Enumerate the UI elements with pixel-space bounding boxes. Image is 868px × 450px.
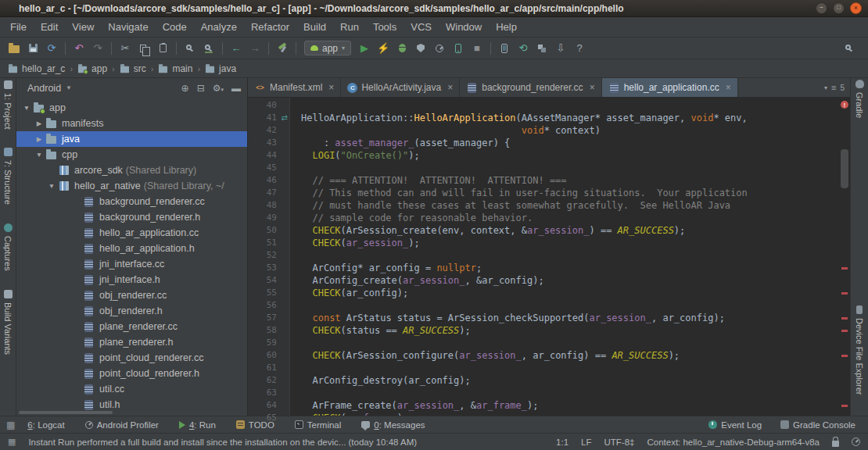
breadcrumb-src[interactable]: src (118, 63, 148, 74)
breadcrumb-main[interactable]: main (156, 63, 194, 74)
menu-code[interactable]: Code (156, 17, 194, 37)
code-line[interactable]: CHECK(ar_config); (301, 288, 839, 300)
code-line[interactable]: : asset_manager_(asset_manager) { (301, 138, 839, 150)
tree-item-java[interactable]: ▶java (16, 131, 247, 147)
tool-window-anchor-icon[interactable]: ▦ (6, 420, 15, 430)
tree-item-hello-ar-native[interactable]: ▼hello_ar_native (Shared Library, ~/ (16, 178, 247, 194)
undo-icon[interactable]: ↶ (70, 40, 88, 57)
error-indicator-icon[interactable]: ! (841, 101, 848, 109)
code-line[interactable]: CHECK(ar_session_); (301, 238, 839, 250)
tool-button-terminal[interactable]: Terminal (295, 420, 341, 430)
forward-icon[interactable]: → (246, 40, 264, 57)
editor-tab-background-renderer-cc[interactable]: background_renderer.cc× (460, 78, 601, 97)
code-line[interactable] (301, 250, 839, 262)
tree-item-obj-renderer-cc[interactable]: obj_renderer.cc (16, 288, 247, 303)
tree-item-arcore-sdk[interactable]: arcore_sdk (Shared Library) (16, 162, 247, 178)
title-bar[interactable]: hello_ar_c - [~/Downloads/arcore_sdk/sam… (0, 0, 868, 17)
hide-panel-icon[interactable]: ▬ (231, 83, 241, 94)
close-icon[interactable]: × (447, 82, 453, 93)
code-line[interactable]: // must handle these cases at least some… (301, 200, 839, 212)
code-line[interactable]: CHECK(ArSession_configure(ar_session_, a… (301, 350, 839, 362)
tree-item-plane-renderer-cc[interactable]: plane_renderer.cc (16, 319, 247, 334)
status-message[interactable]: Instant Run performed a full build and i… (28, 438, 543, 447)
run-config-combo[interactable]: app▾ (304, 41, 351, 55)
close-icon[interactable]: × (328, 82, 334, 93)
close-button[interactable]: × (850, 2, 862, 14)
hidden-tabs-chevron-icon[interactable]: ▾ (824, 84, 827, 91)
run-icon[interactable]: ▶ (355, 40, 374, 57)
tree-item-obj-renderer-h[interactable]: obj_renderer.h (16, 303, 247, 319)
maximize-button[interactable]: □ (833, 2, 845, 14)
tree-item-cpp[interactable]: ▼cpp (16, 147, 247, 162)
copy-icon[interactable] (135, 40, 153, 57)
tree-item-plane-renderer-h[interactable]: plane_renderer.h (16, 334, 247, 350)
editor-tab-manifest-xml[interactable]: <>Manifest.xml× (248, 78, 341, 97)
scrollbar-thumb[interactable] (19, 411, 113, 414)
tree-chevron-icon[interactable]: ▶ (34, 135, 45, 143)
stop-icon[interactable]: ■ (468, 40, 486, 57)
gradle-sync-icon[interactable]: ⟲ (514, 40, 533, 57)
project-view-selector[interactable]: Android ▼ (27, 83, 72, 94)
tree-chevron-icon[interactable]: ▼ (34, 151, 45, 159)
menu-edit[interactable]: Edit (34, 17, 65, 37)
code-line[interactable] (301, 362, 839, 375)
code-line[interactable]: CHECK(status == AR_SUCCESS); (301, 325, 839, 338)
tree-item-util-h[interactable]: util.h (16, 397, 247, 410)
editor-tab-helloaractivity-java[interactable]: CHelloArActivity.java× (341, 78, 460, 97)
breadcrumb-java[interactable]: java (203, 63, 238, 74)
code-line[interactable] (301, 338, 839, 350)
error-stripe-mark[interactable] (841, 330, 848, 332)
paste-icon[interactable] (153, 40, 172, 57)
menu-build[interactable]: Build (296, 17, 333, 37)
replace-icon[interactable] (199, 40, 218, 57)
caret-position[interactable]: 1:1 (556, 438, 569, 447)
find-icon[interactable] (181, 40, 199, 57)
tool-button-6-logcat[interactable]: 6: Logcat (27, 420, 64, 430)
tree-item-manifests[interactable]: ▶manifests (16, 116, 247, 131)
toolwindow-toggle-icon[interactable]: ▦ (8, 437, 16, 447)
error-stripe-mark[interactable] (841, 355, 848, 357)
menu-analyze[interactable]: Analyze (194, 17, 244, 37)
gauge-icon[interactable] (852, 438, 860, 446)
tree-item-jni-interface-cc[interactable]: jni_interface.cc (16, 256, 247, 272)
tool-stripe-gradle[interactable]: Gradle (855, 80, 864, 118)
debug-icon[interactable] (393, 40, 411, 57)
close-icon[interactable]: × (726, 82, 731, 93)
code-line[interactable] (301, 300, 839, 312)
error-stripe-mark[interactable] (841, 292, 848, 295)
tree-item-hello-ar-application-h[interactable]: hello_ar_application.h (16, 241, 247, 256)
make-project-icon[interactable] (273, 40, 292, 57)
menu-window[interactable]: Window (439, 17, 489, 37)
code-line[interactable]: void* context) (301, 125, 839, 138)
code-line[interactable]: HelloArApplication::HelloArApplication(A… (301, 112, 839, 125)
tree-item-hello-ar-application-cc[interactable]: hello_ar_application.cc (16, 225, 247, 241)
sync-icon[interactable]: ⟳ (42, 40, 61, 57)
profile-icon[interactable] (430, 40, 449, 57)
tree-chevron-icon[interactable]: ▶ (34, 120, 45, 127)
code-line[interactable] (301, 162, 839, 175)
close-icon[interactable]: × (590, 82, 595, 93)
code-line[interactable]: // === ATTENTION! ATTENTION! ATTENTION! … (301, 175, 839, 188)
tool-button-android-profiler[interactable]: Android Profiler (85, 420, 159, 430)
code-line[interactable]: CHECK(ArSession_create(env, context, &ar… (301, 225, 839, 238)
sdk-manager-icon[interactable]: ⇩ (551, 40, 570, 57)
gutter-change-icon[interactable]: ⇄ (282, 113, 288, 123)
menu-help[interactable]: Help (489, 17, 524, 37)
tool-stripe-device-file-explorer[interactable]: Device File Explorer (855, 305, 864, 395)
menu-run[interactable]: Run (333, 17, 366, 37)
tool-stripe-7-structure[interactable]: 7: Structure (3, 148, 13, 205)
tree-item-app[interactable]: ▼app (16, 100, 247, 116)
tree-item-jni-interface-h[interactable]: jni_interface.h (16, 272, 247, 288)
menu-tools[interactable]: Tools (366, 17, 404, 37)
save-all-icon[interactable] (23, 40, 42, 57)
back-icon[interactable]: ← (227, 40, 246, 57)
tree-item-point-cloud-renderer-h[interactable]: point_cloud_renderer.h (16, 366, 247, 381)
project-horizontal-scrollbar[interactable] (16, 410, 247, 416)
code-line[interactable]: ArConfig* ar_config = nullptr; (301, 262, 839, 275)
editor-gutter[interactable]: ⇄ 40414243444546474849505152535455565758… (248, 98, 290, 416)
tool-button-gradle-console[interactable]: Gradle Console (780, 420, 855, 430)
avd-manager-icon[interactable] (495, 40, 514, 57)
tree-item-background-renderer-cc[interactable]: background_renderer.cc (16, 194, 247, 209)
code-line[interactable]: LOGI("OnCreate()"); (301, 150, 839, 162)
help-icon[interactable]: ? (570, 40, 589, 57)
